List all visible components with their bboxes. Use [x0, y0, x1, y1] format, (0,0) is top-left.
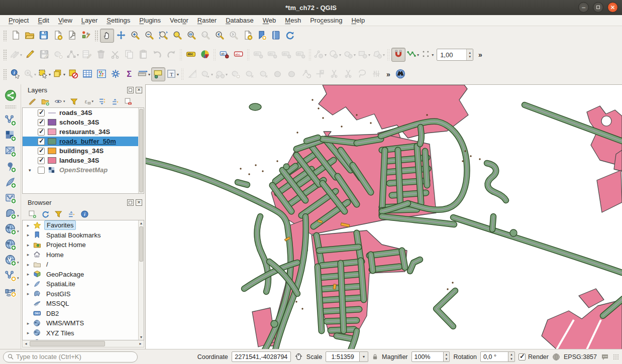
- pan-map-button[interactable]: [100, 29, 114, 43]
- dropdown-caret-icon[interactable]: ▾: [20, 53, 22, 57]
- toolbar-grip[interactable]: [3, 30, 7, 41]
- dropdown-caret-icon[interactable]: ▾: [339, 53, 341, 57]
- menu-project[interactable]: Project: [4, 16, 33, 25]
- dropdown-caret-icon[interactable]: ▾: [148, 72, 150, 77]
- label-toolbar-single-button[interactable]: ab: [218, 48, 232, 62]
- layer-visibility-checkbox[interactable]: [38, 119, 45, 126]
- dropdown-caret-icon[interactable]: ▾: [368, 53, 370, 57]
- map-canvas[interactable]: [145, 84, 622, 349]
- browser-item-spatialite[interactable]: ▸SpatiaLite: [23, 279, 144, 289]
- menu-mesh[interactable]: Mesh: [280, 16, 305, 25]
- add-raster-layer-button[interactable]: [2, 128, 19, 143]
- toolbar-grip[interactable]: [94, 30, 98, 41]
- add-selected-layers-button[interactable]: [28, 210, 37, 218]
- dropdown-caret-icon[interactable]: ▾: [17, 214, 19, 218]
- snapping-options-button[interactable]: ▾: [420, 48, 435, 62]
- dropdown-caret-icon[interactable]: ▾: [49, 72, 51, 77]
- open-project-button[interactable]: [23, 29, 37, 43]
- tree-expand-icon[interactable]: ▸: [26, 262, 31, 267]
- layer-visibility-checkbox[interactable]: [38, 129, 45, 136]
- identify-features-button[interactable]: i: [9, 67, 23, 81]
- style-manager-button[interactable]: a: [79, 29, 93, 43]
- add-vector-layer-button[interactable]: [2, 112, 19, 128]
- text-annotation-button[interactable]: T▾: [165, 67, 180, 81]
- layer-expand-icon[interactable]: ▾: [29, 168, 35, 173]
- show-spatial-bookmarks-button[interactable]: [255, 29, 269, 43]
- layers-scrollbar[interactable]: [138, 108, 144, 193]
- toolbar-grip[interactable]: [3, 69, 7, 80]
- processing-toolbox-button[interactable]: [109, 67, 123, 81]
- new-print-layout-button[interactable]: [51, 29, 65, 43]
- add-wms-layer-button[interactable]: ▾: [2, 221, 19, 236]
- browser-panel-float-icon[interactable]: [127, 199, 134, 206]
- add-geopackage-layer-button[interactable]: [2, 190, 19, 205]
- dropdown-caret-icon[interactable]: ▾: [177, 72, 179, 77]
- filter-browser-button[interactable]: [54, 210, 63, 218]
- browser-item-geopackage[interactable]: ▸GeoPackage: [23, 270, 144, 280]
- menu-settings[interactable]: Settings: [102, 16, 135, 25]
- scale-input[interactable]: [329, 353, 357, 360]
- locate-search[interactable]: [3, 351, 138, 362]
- resize-grip[interactable]: [613, 354, 619, 360]
- pan-to-selection-button[interactable]: [114, 29, 128, 43]
- show-layout-manager-button[interactable]: [65, 29, 79, 43]
- browser-item-xyz-tiles[interactable]: ▸XYZ Tiles: [23, 328, 144, 338]
- browser-item-mssql[interactable]: MSSQL: [23, 299, 144, 309]
- refresh-map-button[interactable]: [283, 29, 297, 43]
- layer-diagram-options-button[interactable]: [198, 48, 212, 62]
- collapse-all-browser-button[interactable]: [67, 210, 76, 218]
- filter-legend-by-expression-button[interactable]: ε▾: [83, 97, 94, 106]
- zoom-to-layer-button[interactable]: [184, 29, 198, 43]
- lock-scale-icon[interactable]: [372, 353, 378, 360]
- extents-toggle-icon[interactable]: [294, 352, 303, 361]
- select-features-by-value-button[interactable]: ▾: [52, 67, 66, 81]
- enable-tracing-button[interactable]: ▾: [405, 48, 420, 62]
- tree-expand-icon[interactable]: ▸: [26, 232, 31, 237]
- magnifier-spin-buttons[interactable]: ▲▼: [444, 351, 450, 362]
- browser-panel-close-icon[interactable]: ✕: [136, 199, 142, 206]
- layer-visibility-checkbox[interactable]: [38, 157, 45, 164]
- browser-item-project-home[interactable]: ▸Project Home: [23, 240, 144, 250]
- browser-item-favorites[interactable]: ▸Favorites: [23, 220, 144, 230]
- open-attribute-table-button[interactable]: [80, 67, 94, 81]
- add-gps-layer-button[interactable]: [2, 283, 19, 299]
- toolbar-overflow-icon[interactable]: »: [475, 51, 485, 59]
- browser-item--[interactable]: ▸/: [23, 260, 144, 270]
- messages-icon[interactable]: [600, 353, 609, 361]
- tree-expand-icon[interactable]: ▸: [26, 223, 31, 228]
- dropdown-caret-icon[interactable]: ▾: [432, 53, 434, 57]
- browser-item-home[interactable]: ▸Home: [23, 250, 144, 260]
- menu-database[interactable]: Database: [221, 16, 258, 25]
- layer-row-openstreetmap[interactable]: ▾OpenStreetMap: [23, 165, 144, 175]
- add-group-button[interactable]: [41, 97, 50, 106]
- toolbar-grip[interactable]: [3, 49, 7, 60]
- select-features-button[interactable]: ▾: [37, 67, 52, 81]
- maximize-button[interactable]: [593, 2, 603, 13]
- remove-layer-button[interactable]: [124, 97, 133, 106]
- browser-item-db2[interactable]: DB2DB2: [23, 309, 144, 319]
- title-bar[interactable]: *tm_ch72 - QGIS – ✕: [0, 0, 622, 15]
- measure-line-button[interactable]: ▾: [137, 67, 151, 81]
- menu-edit[interactable]: Edit: [33, 16, 53, 25]
- tree-expand-icon[interactable]: ▸: [26, 321, 31, 326]
- snapping-tolerance-spin[interactable]: 1,00▲▼: [437, 49, 473, 61]
- dropdown-caret-icon[interactable]: ▾: [211, 72, 213, 77]
- close-button[interactable]: ✕: [607, 2, 618, 13]
- browser-scrollbar[interactable]: ▲ ▼: [138, 220, 144, 340]
- browser-item-postgis[interactable]: ▸PostGIS: [23, 289, 144, 299]
- tree-expand-icon[interactable]: ▸: [26, 272, 31, 277]
- enable-properties-widget-button[interactable]: i: [80, 210, 89, 218]
- menu-web[interactable]: Web: [258, 16, 281, 25]
- bookmark-manager-button[interactable]: [269, 29, 283, 43]
- dropdown-caret-icon[interactable]: ▾: [17, 276, 19, 280]
- browser-item-wms-wmts[interactable]: ▸WMS/WMTS: [23, 318, 144, 328]
- zoom-to-selection-button[interactable]: [170, 29, 184, 43]
- add-wcs-layer-button[interactable]: [2, 236, 19, 252]
- crs-globe-icon[interactable]: [552, 353, 560, 361]
- tree-expand-icon[interactable]: ▸: [26, 242, 31, 248]
- zoom-last-button[interactable]: [213, 29, 227, 43]
- rotation-spin-buttons[interactable]: ▲▼: [508, 351, 515, 362]
- dropdown-caret-icon[interactable]: ▾: [63, 72, 65, 77]
- layer-row-roads_34s[interactable]: roads_34S: [23, 108, 144, 117]
- statistical-summary-button[interactable]: Σ: [123, 67, 137, 81]
